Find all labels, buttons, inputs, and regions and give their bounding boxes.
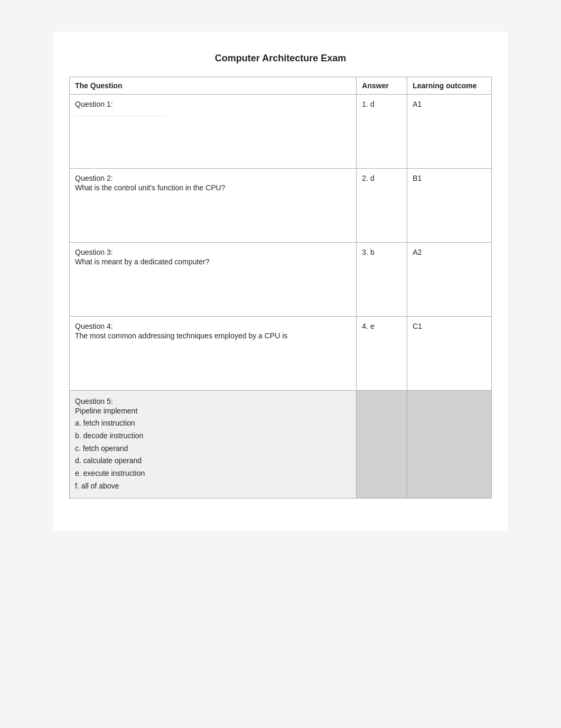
table-row: Question 4: The most common addressing t…	[70, 317, 492, 391]
table-row: Question 5: Pipeline implement a. fetch …	[70, 391, 492, 499]
question-blurred-1: ........................................…	[75, 110, 351, 118]
table-row: Question 2: What is the control unit's f…	[70, 169, 492, 243]
header-learning: Learning outcome	[407, 77, 492, 95]
question-text-4: The most common addressing techniques em…	[75, 331, 351, 340]
answer-cell-5	[357, 391, 407, 499]
question-text-2: What is the control unit's function in t…	[75, 183, 351, 192]
question-label-4: Question 4:	[75, 322, 351, 330]
learning-cell-1: A1	[407, 95, 492, 169]
header-answer: Answer	[357, 77, 407, 95]
answer-cell-1: 1. d	[357, 95, 407, 169]
question-label-2: Question 2:	[75, 174, 351, 182]
option-c: c. fetch operand	[75, 443, 351, 455]
learning-cell-4: C1	[407, 317, 492, 391]
table-row: Question 1: ............................…	[70, 95, 492, 169]
answer-cell-2: 2. d	[357, 169, 407, 243]
answer-cell-3: 3. b	[357, 243, 407, 317]
option-a: a. fetch instruction	[75, 417, 351, 430]
option-d: d. calculate operand	[75, 455, 351, 467]
option-f: f. all of above	[75, 480, 351, 493]
question-options-5: a. fetch instruction b. decode instructi…	[75, 417, 351, 493]
question-label-3: Question 3:	[75, 248, 351, 256]
question-cell-2: Question 2: What is the control unit's f…	[70, 169, 357, 243]
question-cell-4: Question 4: The most common addressing t…	[70, 317, 357, 391]
header-question: The Question	[70, 77, 357, 95]
question-label-1: Question 1:	[75, 100, 351, 108]
page-container: Computer Architecture Exam The Question …	[53, 32, 508, 530]
question-cell-3: Question 3: What is meant by a dedicated…	[70, 243, 357, 317]
question-cell-1: Question 1: ............................…	[70, 95, 357, 169]
question-text-5: Pipeline implement	[75, 407, 351, 415]
exam-table: The Question Answer Learning outcome Que…	[69, 77, 492, 499]
page-title: Computer Architecture Exam	[69, 53, 492, 64]
question-text-3: What is meant by a dedicated computer?	[75, 257, 351, 266]
question-cell-5: Question 5: Pipeline implement a. fetch …	[70, 391, 357, 499]
option-e: e. execute instruction	[75, 467, 351, 480]
option-b: b. decode instruction	[75, 430, 351, 443]
learning-cell-3: A2	[407, 243, 492, 317]
answer-cell-4: 4. e	[357, 317, 407, 391]
question-label-5: Question 5:	[75, 397, 351, 406]
learning-cell-2: B1	[407, 169, 492, 243]
learning-cell-5	[407, 391, 492, 499]
table-row: Question 3: What is meant by a dedicated…	[70, 243, 492, 317]
